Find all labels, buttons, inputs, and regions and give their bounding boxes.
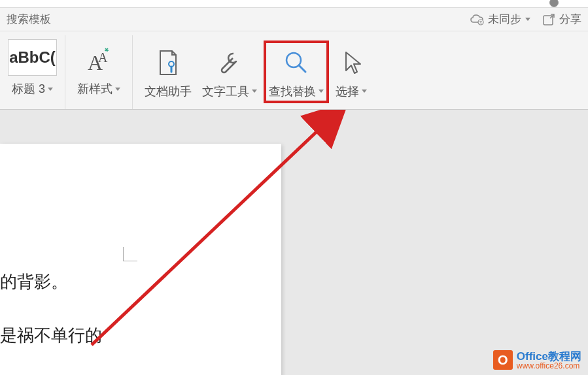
new-style-group: A A 新样式 xyxy=(65,35,133,109)
sync-status-button[interactable]: 未同步 xyxy=(470,12,530,27)
watermark-url: www.office26.com xyxy=(517,362,581,370)
svg-text:A: A xyxy=(98,50,108,65)
chevron-down-icon xyxy=(48,88,53,91)
select-button[interactable]: 选择 xyxy=(332,42,371,102)
share-label: 分享 xyxy=(559,12,581,27)
style-preview-heading3[interactable]: aBbC( xyxy=(8,39,57,76)
search-icon xyxy=(282,47,311,78)
document-canvas: 的背影。 是祸不单行的 O Office教程网 www.office26.com xyxy=(0,110,588,375)
chevron-down-icon xyxy=(252,90,257,93)
cloud-unsync-icon xyxy=(470,13,485,26)
tools-group: 文档助手 文字工具 xyxy=(133,35,379,109)
window-titlebar xyxy=(0,0,588,8)
document-text-line: 是祸不单行的 xyxy=(0,315,268,355)
watermark-badge-icon: O xyxy=(493,350,513,370)
chevron-down-icon xyxy=(362,90,367,93)
page-margin-marker xyxy=(123,247,137,261)
chevron-down-icon xyxy=(115,88,120,91)
style-preview-label: 标题 3 xyxy=(12,81,45,97)
new-style-icon: A A xyxy=(82,44,115,76)
watermark-title: Office教程网 xyxy=(517,351,581,362)
find-replace-button[interactable]: 查找替换 xyxy=(264,41,329,103)
document-text-line: 的背影。 xyxy=(0,261,268,302)
text-tool-button[interactable]: 文字工具 xyxy=(198,42,261,102)
doc-helper-button[interactable]: 文档助手 xyxy=(141,42,196,102)
share-icon xyxy=(542,13,557,26)
search-templates-label[interactable]: 搜索模板 xyxy=(7,12,51,27)
document-wrench-icon xyxy=(154,47,182,78)
ribbon-toolbar: aBbC( 标题 3 A A 新样式 xyxy=(0,31,588,110)
document-page[interactable]: 的背影。 是祸不单行的 xyxy=(0,144,281,375)
new-style-button[interactable]: A A 新样式 xyxy=(73,39,124,99)
sub-toolbar: 搜索模板 未同步 分享 xyxy=(0,8,588,31)
watermark: O Office教程网 www.office26.com xyxy=(493,350,581,370)
share-button[interactable]: 分享 xyxy=(542,12,581,27)
style-gallery-group: aBbC( 标题 3 xyxy=(0,35,65,109)
cursor-arrow-icon xyxy=(337,47,366,78)
user-avatar[interactable] xyxy=(549,0,559,7)
chevron-down-icon xyxy=(525,18,530,21)
chevron-down-icon xyxy=(319,90,324,93)
wrench-icon xyxy=(215,47,244,78)
sync-status-label: 未同步 xyxy=(488,12,521,27)
